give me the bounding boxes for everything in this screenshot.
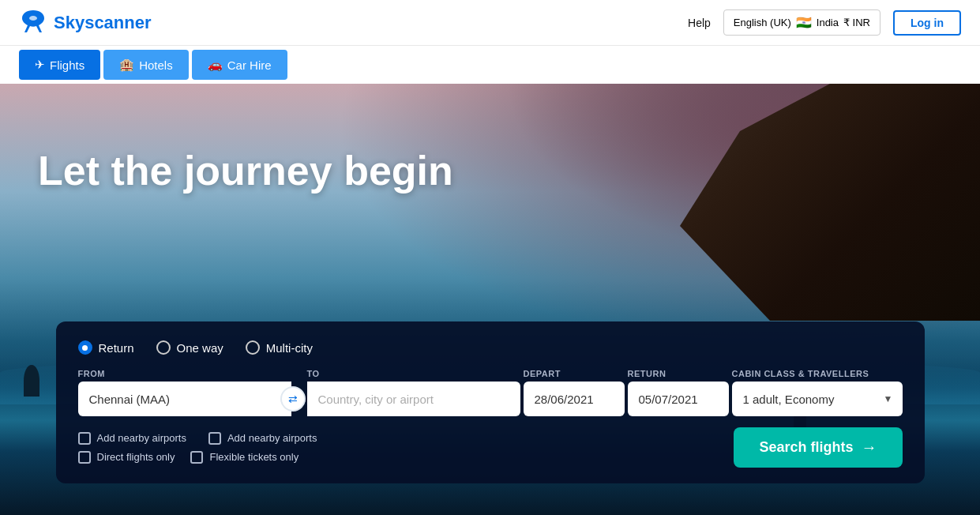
search-flights-button[interactable]: Search flights → xyxy=(734,427,902,468)
direct-only-checkbox-label[interactable]: Direct flights only xyxy=(78,451,175,464)
swap-airports-button[interactable]: ⇄ xyxy=(280,386,306,412)
trip-type-multi-city[interactable]: Multi-city xyxy=(246,340,313,355)
cabin-wrapper: 1 adult, Economy 1 adult, Business 1 adu… xyxy=(732,382,903,416)
search-flights-label: Search flights xyxy=(759,439,853,456)
nearby-to-label: Add nearby airports xyxy=(227,432,317,444)
return-label: Return xyxy=(628,369,729,378)
from-input[interactable] xyxy=(78,382,291,416)
locale-label: English (UK) xyxy=(734,17,791,28)
options-left: Add nearby airports Add nearby airports … xyxy=(78,432,317,464)
direct-only-label: Direct flights only xyxy=(97,451,175,463)
search-arrow-icon: → xyxy=(862,438,877,457)
hotels-icon: 🏨 xyxy=(119,58,134,72)
trip-type-selector: Return One way Multi-city xyxy=(78,340,903,355)
help-link[interactable]: Help xyxy=(688,17,711,29)
nearby-to-checkbox-label[interactable]: Add nearby airports xyxy=(208,432,317,445)
trip-type-one-way[interactable]: One way xyxy=(156,340,223,355)
header-right: Help English (UK) 🇮🇳 India ₹ INR Log in xyxy=(688,9,961,36)
country-label: India xyxy=(817,17,839,28)
nearby-from-checkbox-label[interactable]: Add nearby airports xyxy=(78,432,186,445)
cabin-field-group: Cabin Class & Travellers 1 adult, Econom… xyxy=(732,369,903,416)
options-row: Add nearby airports Add nearby airports … xyxy=(78,427,903,468)
hero-section: Let the journey begin Return One way xyxy=(0,84,980,515)
trip-type-return[interactable]: Return xyxy=(78,340,134,355)
nearby-airports-row: Add nearby airports Add nearby airports xyxy=(78,432,317,445)
tab-flights[interactable]: ✈ Flights xyxy=(19,50,100,80)
currency-label: ₹ INR xyxy=(843,17,870,28)
depart-input[interactable] xyxy=(524,382,625,416)
return-radio[interactable] xyxy=(78,340,92,355)
cliff-shape xyxy=(680,84,980,321)
person-silhouette-left xyxy=(24,365,39,397)
logo-area: Skyscanner xyxy=(19,7,152,39)
search-fields-row: From ⇄ To Depart Return xyxy=(78,369,903,416)
nearby-to-checkbox[interactable] xyxy=(208,432,221,445)
depart-label: Depart xyxy=(524,369,625,378)
multi-city-label: Multi-city xyxy=(266,341,313,355)
return-label: Return xyxy=(99,341,134,355)
direct-only-checkbox[interactable] xyxy=(78,451,91,464)
flexible-only-checkbox-label[interactable]: Flexible tickets only xyxy=(190,451,299,464)
return-input[interactable] xyxy=(628,382,729,416)
tab-car-hire[interactable]: 🚗 Car Hire xyxy=(192,50,287,80)
car-icon: 🚗 xyxy=(208,58,223,72)
svg-point-0 xyxy=(29,16,37,21)
to-input[interactable] xyxy=(307,382,520,416)
flights-icon: ✈ xyxy=(35,58,45,72)
nearby-from-checkbox[interactable] xyxy=(78,432,91,445)
tab-car-hire-label: Car Hire xyxy=(227,58,272,72)
nearby-from-label: Add nearby airports xyxy=(97,432,186,444)
nav-tabs: ✈ Flights 🏨 Hotels 🚗 Car Hire xyxy=(0,46,980,84)
locale-button[interactable]: English (UK) 🇮🇳 India ₹ INR xyxy=(723,9,880,36)
multi-city-radio[interactable] xyxy=(246,340,260,355)
cabin-label: Cabin Class & Travellers xyxy=(732,369,903,378)
from-input-wrap: ⇄ xyxy=(78,382,291,416)
depart-field-group: Depart xyxy=(524,369,625,416)
tab-flights-label: Flights xyxy=(50,58,84,72)
header: Skyscanner Help English (UK) 🇮🇳 India ₹ … xyxy=(0,0,980,46)
tab-hotels-label: Hotels xyxy=(139,58,173,72)
cliff-decoration xyxy=(680,84,980,336)
from-field-group: From ⇄ xyxy=(78,369,291,416)
filters-row: Direct flights only Flexible tickets onl… xyxy=(78,451,317,464)
flexible-only-label: Flexible tickets only xyxy=(209,451,299,463)
one-way-radio[interactable] xyxy=(156,340,171,355)
cabin-select[interactable]: 1 adult, Economy 1 adult, Business 1 adu… xyxy=(732,382,903,416)
from-label: From xyxy=(78,369,291,378)
to-field-group: To xyxy=(307,369,520,416)
search-panel: Return One way Multi-city From xyxy=(56,321,925,483)
one-way-label: One way xyxy=(177,341,223,355)
hero-title: Let the journey begin xyxy=(38,147,453,194)
return-radio-inner xyxy=(82,345,88,351)
logo-text: Skyscanner xyxy=(54,13,152,33)
india-flag-icon: 🇮🇳 xyxy=(796,15,812,30)
skyscanner-logo-icon xyxy=(19,7,47,39)
flexible-only-checkbox[interactable] xyxy=(190,451,203,464)
to-label: To xyxy=(307,369,520,378)
return-field-group: Return xyxy=(628,369,729,416)
login-button[interactable]: Log in xyxy=(893,10,961,36)
tab-hotels[interactable]: 🏨 Hotels xyxy=(103,50,189,80)
